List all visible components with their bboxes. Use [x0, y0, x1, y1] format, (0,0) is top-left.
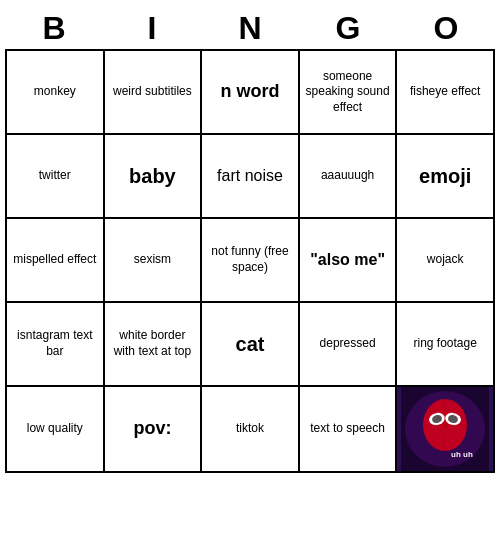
cell-6[interactable]: baby [105, 135, 203, 219]
cell-20[interactable]: low quality [7, 387, 105, 473]
cell-10[interactable]: mispelled effect [7, 219, 105, 303]
cell-22[interactable]: tiktok [202, 387, 300, 473]
letter-o: O [397, 8, 495, 49]
cell-3[interactable]: someone speaking sound effect [300, 51, 398, 135]
cell-21[interactable]: pov: [105, 387, 203, 473]
cell-7[interactable]: fart noise [202, 135, 300, 219]
cell-15[interactable]: isntagram text bar [7, 303, 105, 387]
bingo-header: B I N G O [5, 8, 495, 49]
cell-8[interactable]: aaauuugh [300, 135, 398, 219]
cell-23[interactable]: text to speech [300, 387, 398, 473]
letter-b: B [5, 8, 103, 49]
cell-2[interactable]: n word [202, 51, 300, 135]
spiderman-image: uh uh [397, 387, 493, 471]
bingo-grid: monkey weird subtitiles n word someone s… [5, 49, 495, 473]
cell-19[interactable]: ring footage [397, 303, 495, 387]
letter-g: G [299, 8, 397, 49]
letter-i: I [103, 8, 201, 49]
svg-text:uh uh: uh uh [451, 450, 473, 459]
cell-5[interactable]: twitter [7, 135, 105, 219]
letter-n: N [201, 8, 299, 49]
cell-11[interactable]: sexism [105, 219, 203, 303]
cell-18[interactable]: depressed [300, 303, 398, 387]
cell-9[interactable]: emoji [397, 135, 495, 219]
cell-4[interactable]: fisheye effect [397, 51, 495, 135]
cell-14[interactable]: wojack [397, 219, 495, 303]
cell-17[interactable]: cat [202, 303, 300, 387]
cell-13[interactable]: "also me" [300, 219, 398, 303]
cell-24[interactable]: uh uh [397, 387, 495, 473]
cell-1[interactable]: weird subtitiles [105, 51, 203, 135]
bingo-card: B I N G O monkey weird subtitiles n word… [5, 8, 495, 473]
cell-12[interactable]: not funny (free space) [202, 219, 300, 303]
cell-16[interactable]: white border with text at top [105, 303, 203, 387]
cell-0[interactable]: monkey [7, 51, 105, 135]
